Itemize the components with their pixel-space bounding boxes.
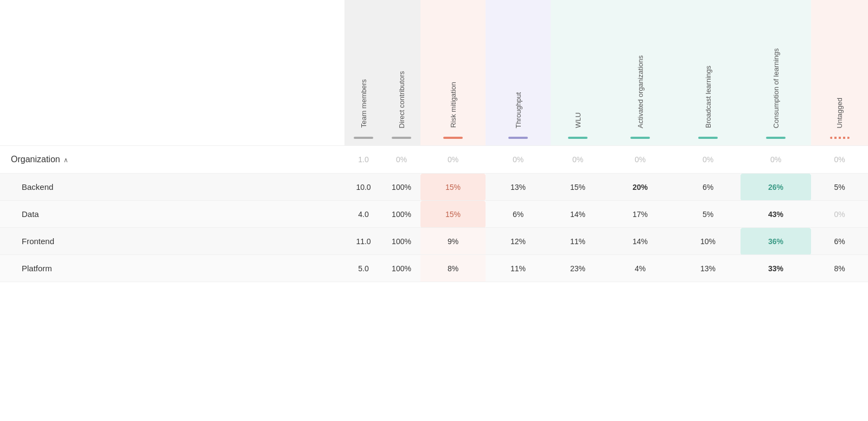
header-row-label [0, 0, 344, 146]
consumption-indicator [766, 137, 786, 139]
wlu-cell: 0% [551, 146, 605, 174]
throughput-cell: 6% [486, 201, 551, 228]
risk-mitigation-indicator [443, 137, 463, 139]
wlu-cell: 11% [551, 228, 605, 255]
header-wlu: WLU [551, 0, 605, 146]
untagged-cell: 0% [811, 146, 868, 174]
risk-mitigation-cell: 15% [420, 201, 486, 228]
untagged-cell: 8% [811, 255, 868, 282]
activated-orgs-cell: 0% [605, 146, 675, 174]
activated-orgs-indicator [630, 137, 650, 139]
table-header-row: Team members Direct contributors Risk mi… [0, 0, 868, 146]
team-members-cell: 4.0 [344, 201, 382, 228]
header-activated-orgs: Activated organizations [605, 0, 675, 146]
broadcast-learnings-cell: 0% [675, 146, 741, 174]
untagged-cell: 0% [811, 201, 868, 228]
header-broadcast-learnings: Broadcast learnings [675, 0, 741, 146]
wlu-cell: 15% [551, 174, 605, 201]
team-members-cell: 11.0 [344, 228, 382, 255]
direct-contributors-cell: 100% [382, 228, 420, 255]
team-members-cell: 5.0 [344, 255, 382, 282]
risk-mitigation-cell: 0% [420, 146, 486, 174]
activated-orgs-cell: 17% [605, 201, 675, 228]
broadcast-learnings-indicator [698, 137, 718, 139]
consumption-cell: 36% [741, 228, 811, 255]
table-row: Backend10.0100%15%13%15%20%6%26%5% [0, 174, 868, 201]
wlu-cell: 23% [551, 255, 605, 282]
untagged-indicator [830, 137, 850, 139]
risk-mitigation-cell: 8% [420, 255, 486, 282]
throughput-cell: 12% [486, 228, 551, 255]
broadcast-learnings-cell: 5% [675, 201, 741, 228]
team-members-indicator [354, 137, 373, 139]
direct-contributors-indicator [392, 137, 411, 139]
table-row: Organization ∧1.00%0%0%0%0%0%0%0% [0, 146, 868, 174]
row-label-cell: Backend [0, 174, 344, 201]
direct-contributors-cell: 100% [382, 255, 420, 282]
consumption-cell: 0% [741, 146, 811, 174]
untagged-cell: 5% [811, 174, 868, 201]
chevron-icon[interactable]: ∧ [63, 156, 68, 164]
header-throughput: Throughput [486, 0, 551, 146]
consumption-cell: 43% [741, 201, 811, 228]
risk-mitigation-cell: 9% [420, 228, 486, 255]
broadcast-learnings-cell: 10% [675, 228, 741, 255]
header-untagged: Untagged [811, 0, 868, 146]
activated-orgs-cell: 14% [605, 228, 675, 255]
header-direct-contributors: Direct contributors [382, 0, 420, 146]
throughput-cell: 0% [486, 146, 551, 174]
throughput-cell: 13% [486, 174, 551, 201]
broadcast-learnings-cell: 6% [675, 174, 741, 201]
org-name-text: Organization [11, 155, 60, 164]
activated-orgs-cell: 4% [605, 255, 675, 282]
table-body: Organization ∧1.00%0%0%0%0%0%0%0%Backend… [0, 146, 868, 282]
table-row: Frontend11.0100%9%12%11%14%10%36%6% [0, 228, 868, 255]
team-members-cell: 1.0 [344, 146, 382, 174]
header-risk-mitigation: Risk mitigation [420, 0, 486, 146]
team-members-cell: 10.0 [344, 174, 382, 201]
consumption-cell: 33% [741, 255, 811, 282]
direct-contributors-cell: 100% [382, 174, 420, 201]
row-label-cell: Data [0, 201, 344, 228]
main-container: Team members Direct contributors Risk mi… [0, 0, 868, 421]
table-row: Data4.0100%15%6%14%17%5%43%0% [0, 201, 868, 228]
wlu-cell: 14% [551, 201, 605, 228]
header-consumption: Consumption of learnings [741, 0, 811, 146]
row-label-cell: Frontend [0, 228, 344, 255]
metrics-table: Team members Direct contributors Risk mi… [0, 0, 868, 282]
row-label-cell: Platform [0, 255, 344, 282]
consumption-cell: 26% [741, 174, 811, 201]
table-row: Platform5.0100%8%11%23%4%13%33%8% [0, 255, 868, 282]
throughput-indicator [508, 137, 528, 139]
activated-orgs-cell: 20% [605, 174, 675, 201]
header-team-members: Team members [344, 0, 382, 146]
throughput-cell: 11% [486, 255, 551, 282]
direct-contributors-cell: 100% [382, 201, 420, 228]
wlu-indicator [568, 137, 588, 139]
row-label-cell: Organization ∧ [0, 146, 344, 174]
untagged-cell: 6% [811, 228, 868, 255]
risk-mitigation-cell: 15% [420, 174, 486, 201]
direct-contributors-cell: 0% [382, 146, 420, 174]
broadcast-learnings-cell: 13% [675, 255, 741, 282]
